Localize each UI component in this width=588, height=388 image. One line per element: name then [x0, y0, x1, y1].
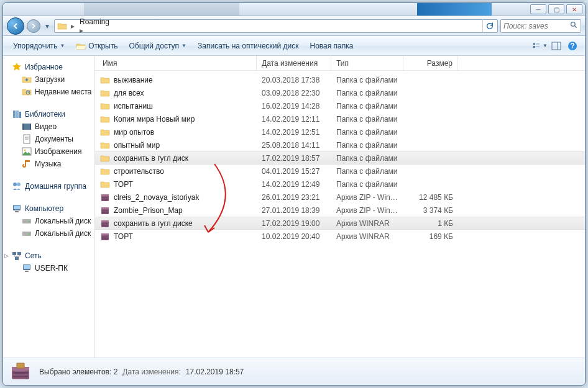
- comp-icon: [12, 204, 22, 214]
- svg-rect-50: [101, 233, 109, 235]
- folder-icon: [100, 75, 110, 85]
- breadcrumb-item[interactable]: Roaming: [77, 17, 115, 26]
- open-icon: [76, 41, 86, 51]
- file-row[interactable]: ТОРТ10.02.2019 20:40Архив WINRAR169 КБ: [95, 230, 585, 243]
- column-headers: Имя Дата изменения Тип Размер: [95, 56, 585, 71]
- forward-button[interactable]: [27, 19, 40, 33]
- svg-rect-27: [22, 219, 31, 223]
- svg-text:?: ?: [570, 42, 574, 50]
- status-selected: Выбрано элементов: 2: [39, 368, 117, 376]
- svg-rect-11: [13, 111, 16, 118]
- close-button[interactable]: ✕: [566, 4, 582, 14]
- file-list: Имя Дата изменения Тип Размер выживание2…: [95, 56, 585, 358]
- file-row[interactable]: Zombie_Prison_Map27.01.2019 18:39Архив Z…: [95, 204, 585, 217]
- organize-button[interactable]: Упорядочить ▼: [8, 39, 70, 53]
- svg-rect-36: [25, 271, 29, 272]
- minimize-button[interactable]: ─: [530, 4, 546, 14]
- search-input[interactable]: [503, 22, 569, 30]
- sidebar-item[interactable]: Локальный диск: [3, 215, 94, 227]
- svg-rect-16: [30, 124, 31, 130]
- zip-icon: [100, 192, 110, 202]
- background-app-text: TLAU: [459, 5, 485, 14]
- sidebar-header[interactable]: Избранное: [3, 61, 94, 73]
- svg-rect-6: [552, 42, 561, 50]
- sidebar-item[interactable]: Видео: [3, 120, 94, 133]
- breadcrumb[interactable]: ▸ User▸AppData▸Roaming▸.minecraft▸saves▸: [54, 19, 498, 33]
- home-icon: [12, 181, 22, 191]
- sidebar-header[interactable]: Домашняя группа: [3, 180, 94, 192]
- file-row[interactable]: ТОРТ14.02.2019 12:49Папка с файлами: [95, 178, 585, 191]
- file-row[interactable]: Копия мира Новый мир14.02.2019 12:11Папк…: [95, 112, 585, 125]
- burn-button[interactable]: Записать на оптический диск: [193, 39, 304, 53]
- file-row[interactable]: clreis_2_novaya_istoriyak26.01.2019 23:2…: [95, 191, 585, 204]
- svg-rect-14: [22, 124, 31, 130]
- search-box[interactable]: [500, 19, 581, 33]
- sidebar-item[interactable]: Загрузки: [3, 73, 94, 86]
- sidebar-header[interactable]: Библиотеки: [3, 108, 94, 120]
- maximize-button[interactable]: ▢: [548, 4, 564, 14]
- sidebar-item[interactable]: USER-ПК: [3, 262, 94, 274]
- sidebar: ИзбранноеЗагрузкиНедавние места Библиоте…: [3, 56, 95, 358]
- folder-icon: [100, 88, 110, 98]
- file-row[interactable]: строительство04.01.2019 15:27Папка с фай…: [95, 165, 585, 178]
- svg-rect-3: [533, 46, 535, 48]
- toolbar: Упорядочить ▼ Открыть Общий доступ ▼ Зап…: [3, 36, 585, 56]
- file-row[interactable]: выживание20.03.2018 17:38Папка с файлами: [95, 73, 585, 86]
- help-button[interactable]: ?: [565, 38, 580, 53]
- sidebar-item[interactable]: Изображения: [3, 145, 94, 158]
- file-row[interactable]: сохранить в гугл диск17.02.2019 18:57Пап…: [95, 151, 585, 165]
- sidebar-header[interactable]: ▷Сеть: [3, 250, 94, 262]
- search-icon[interactable]: [570, 21, 578, 31]
- column-size[interactable]: Размер: [403, 56, 458, 70]
- collapse-icon[interactable]: ▷: [4, 253, 9, 259]
- sidebar-item[interactable]: Недавние места: [3, 86, 94, 98]
- sidebar-item[interactable]: Локальный диск: [3, 227, 94, 240]
- refresh-button[interactable]: [482, 19, 496, 33]
- svg-rect-2: [533, 43, 535, 45]
- svg-rect-55: [13, 372, 28, 374]
- folder-icon: [100, 101, 110, 111]
- folder-icon: [100, 166, 110, 176]
- zip-icon: [100, 219, 110, 228]
- status-date-label: Дата изменения:: [122, 368, 181, 376]
- svg-point-0: [571, 22, 576, 26]
- preview-pane-button[interactable]: [549, 38, 564, 53]
- file-row[interactable]: сохранить в гугл диске17.02.2019 19:00Ар…: [95, 217, 585, 230]
- svg-rect-38: [101, 194, 109, 196]
- svg-rect-12: [16, 111, 19, 118]
- column-date[interactable]: Дата изменения: [257, 56, 331, 70]
- file-row[interactable]: испытаниш16.02.2019 14:28Папка с файлами: [95, 99, 585, 112]
- dl-icon: [22, 74, 32, 84]
- file-row[interactable]: мир опытов14.02.2019 12:51Папка с файлам…: [95, 125, 585, 138]
- svg-rect-39: [102, 197, 108, 199]
- chevron-right-icon[interactable]: ▸: [68, 20, 77, 32]
- open-button[interactable]: Открыть: [71, 38, 122, 53]
- column-type[interactable]: Тип: [331, 56, 403, 70]
- view-options-button[interactable]: ▼: [533, 38, 548, 53]
- folder-icon: [100, 153, 110, 163]
- svg-rect-15: [22, 124, 24, 130]
- svg-rect-31: [12, 252, 16, 255]
- svg-rect-43: [102, 210, 108, 212]
- sidebar-item[interactable]: Документы: [3, 133, 94, 145]
- column-name[interactable]: Имя: [95, 56, 257, 70]
- sidebar-header[interactable]: Компьютер: [3, 202, 94, 215]
- back-button[interactable]: [7, 17, 24, 35]
- share-button[interactable]: Общий доступ ▼: [124, 39, 191, 53]
- svg-rect-40: [102, 199, 108, 201]
- new-folder-button[interactable]: Новая папка: [305, 39, 359, 53]
- svg-rect-51: [102, 237, 108, 238]
- folder-icon: [57, 21, 67, 31]
- svg-rect-26: [15, 211, 19, 212]
- music-icon: [22, 159, 32, 169]
- video-icon: [22, 122, 32, 132]
- nav-history-dropdown[interactable]: ▾: [43, 20, 52, 32]
- file-row[interactable]: опытный мир25.08.2018 14:11Папка с файла…: [95, 138, 585, 151]
- net-icon: [12, 251, 22, 261]
- file-row[interactable]: для всех03.09.2018 22:30Папка с файлами: [95, 86, 585, 99]
- zip-icon: [100, 205, 110, 215]
- svg-rect-56: [13, 376, 28, 377]
- svg-rect-25: [14, 205, 20, 209]
- chevron-right-icon[interactable]: ▸: [77, 26, 86, 35]
- sidebar-item[interactable]: Музыка: [3, 158, 94, 170]
